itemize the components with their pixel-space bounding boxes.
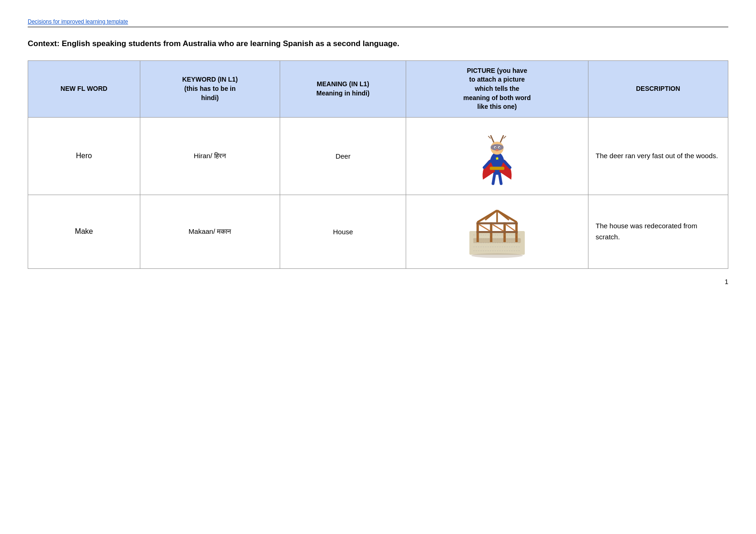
- header-label: Decisions for improved learning template: [28, 18, 728, 25]
- cell-word-1: Hero: [28, 117, 140, 195]
- col-header-description: DESCRIPTION: [588, 60, 728, 117]
- table-row: Make Makaan/ मकान House: [28, 195, 728, 268]
- svg-point-39: [471, 253, 522, 258]
- col-header-word: NEW FL WORD: [28, 60, 140, 117]
- svg-line-9: [493, 174, 495, 184]
- col-header-meaning: MEANING (IN L1)Meaning in hindi): [280, 60, 406, 117]
- svg-line-28: [485, 210, 497, 220]
- svg-point-15: [495, 147, 496, 148]
- svg-line-4: [488, 136, 491, 138]
- svg-line-10: [499, 174, 501, 184]
- svg-rect-25: [476, 222, 517, 224]
- svg-line-29: [497, 210, 509, 220]
- page-number: 1: [28, 278, 728, 285]
- svg-rect-24: [476, 231, 517, 233]
- svg-rect-11: [490, 166, 504, 170]
- cell-keyword-1: Hiran/ हिरन: [140, 117, 280, 195]
- cell-description-1: The deer ran very fast out of the woods.: [588, 117, 728, 195]
- cell-keyword-2: Makaan/ मकान: [140, 195, 280, 268]
- col-header-picture: PICTURE (you haveto attach a picturewhic…: [406, 60, 588, 117]
- svg-line-31: [479, 224, 490, 231]
- svg-point-16: [499, 147, 500, 148]
- col-header-keyword: KEYWORD (IN L1)(this has to be inhindi): [140, 60, 280, 117]
- svg-line-6: [504, 136, 506, 138]
- svg-point-17: [495, 149, 498, 151]
- superhero-deer-icon: [469, 123, 525, 188]
- cell-meaning-1: Deer: [280, 117, 406, 195]
- header-divider: [28, 27, 728, 27]
- cell-description-2: The house was redecorated from scratch.: [588, 195, 728, 268]
- svg-line-3: [491, 135, 494, 142]
- svg-line-5: [500, 135, 504, 142]
- house-construction-icon: [465, 203, 529, 259]
- svg-line-33: [506, 224, 516, 231]
- cell-picture-2: [406, 195, 588, 268]
- table-row: Hero Hiran/ हिरन Deer: [28, 117, 728, 195]
- cell-picture-1: [406, 117, 588, 195]
- cell-meaning-2: House: [280, 195, 406, 268]
- cell-word-2: Make: [28, 195, 140, 268]
- svg-line-32: [492, 224, 504, 231]
- vocabulary-table: NEW FL WORD KEYWORD (IN L1)(this has to …: [28, 60, 728, 269]
- context-line: Context: English speaking students from …: [28, 38, 728, 49]
